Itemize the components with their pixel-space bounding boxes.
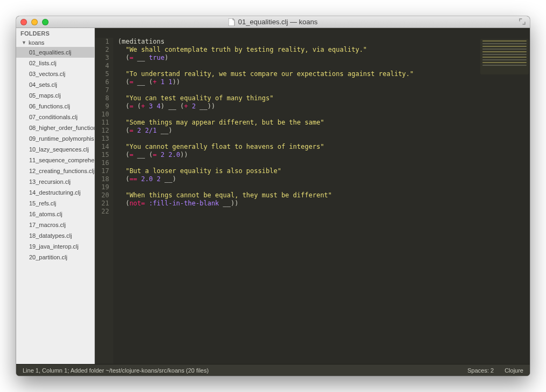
- file-item[interactable]: 16_atoms.clj: [16, 209, 94, 219]
- code-editor[interactable]: 12345678910111213141516171819202122 (med…: [95, 38, 530, 364]
- file-item[interactable]: 11_sequence_comprehensions.clj: [16, 155, 94, 166]
- file-item[interactable]: 13_recursion.clj: [16, 176, 94, 187]
- file-list: 01_equalities.clj02_lists.clj03_vectors.…: [16, 47, 94, 263]
- close-button[interactable]: [20, 19, 27, 25]
- folder-row[interactable]: ▼ koans: [16, 38, 94, 47]
- zoom-button[interactable]: [42, 19, 49, 25]
- line-number-gutter: 12345678910111213141516171819202122: [95, 38, 113, 364]
- status-syntax[interactable]: Clojure: [504, 367, 523, 374]
- file-item[interactable]: 08_higher_order_functions.clj: [16, 122, 94, 133]
- file-item[interactable]: 04_sets.clj: [16, 79, 94, 90]
- file-item[interactable]: 19_java_interop.clj: [16, 241, 94, 252]
- file-item[interactable]: 10_lazy_sequences.clj: [16, 144, 94, 155]
- sidebar: FOLDERS ▼ koans 01_equalities.clj02_list…: [16, 28, 95, 364]
- file-icon: [229, 18, 235, 26]
- minimap[interactable]: [480, 39, 529, 74]
- code-content[interactable]: (meditations "We shall contemplate truth…: [113, 38, 530, 364]
- file-item[interactable]: 18_datatypes.clj: [16, 230, 94, 241]
- file-item[interactable]: 05_maps.clj: [16, 90, 94, 101]
- file-item[interactable]: 03_vectors.clj: [16, 68, 94, 79]
- file-item[interactable]: 15_refs.clj: [16, 198, 94, 209]
- tab-strip: [95, 28, 530, 38]
- fullscreen-icon[interactable]: [519, 17, 526, 27]
- file-item[interactable]: 01_equalities.clj: [16, 47, 94, 58]
- status-left: Line 1, Column 1; Added folder ~/test/cl…: [23, 367, 209, 374]
- file-item[interactable]: 09_runtime_polymorphism.clj: [16, 133, 94, 144]
- app-window: 01_equalities.clj — koans FOLDERS ▼ koan…: [16, 16, 530, 376]
- file-item[interactable]: 07_conditionals.clj: [16, 112, 94, 122]
- titlebar: 01_equalities.clj — koans: [16, 16, 530, 28]
- window-title-text: 01_equalities.clj — koans: [238, 18, 317, 26]
- traffic-lights: [20, 19, 49, 25]
- sidebar-header: FOLDERS: [16, 28, 94, 38]
- status-indent[interactable]: Spaces: 2: [467, 367, 494, 374]
- folder-name: koans: [29, 39, 44, 46]
- window-title: 01_equalities.clj — koans: [16, 18, 530, 26]
- file-item[interactable]: 06_functions.clj: [16, 101, 94, 112]
- file-item[interactable]: 17_macros.clj: [16, 219, 94, 230]
- minimize-button[interactable]: [31, 19, 38, 25]
- file-item[interactable]: 14_destructuring.clj: [16, 187, 94, 198]
- file-item[interactable]: 20_partition.clj: [16, 252, 94, 263]
- status-bar: Line 1, Column 1; Added folder ~/test/cl…: [16, 364, 530, 376]
- disclosure-triangle-icon[interactable]: ▼: [22, 40, 26, 45]
- editor-area: 12345678910111213141516171819202122 (med…: [95, 28, 530, 364]
- file-item[interactable]: 12_creating_functions.clj: [16, 166, 94, 176]
- file-item[interactable]: 02_lists.clj: [16, 58, 94, 68]
